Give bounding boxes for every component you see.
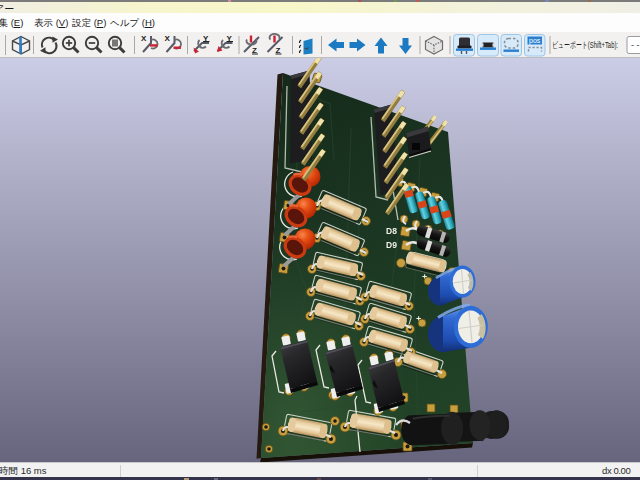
svg-text:D8: D8 [386, 226, 397, 236]
svg-text:ビューポート(Shift+Tab):: ビューポート(Shift+Tab): [552, 40, 618, 50]
svg-text:- -: - - [631, 40, 640, 50]
svg-text:D9: D9 [386, 240, 397, 250]
svg-text:X: X [141, 34, 147, 43]
svg-text:X: X [165, 34, 171, 43]
svg-text:pos: pos [529, 37, 541, 45]
